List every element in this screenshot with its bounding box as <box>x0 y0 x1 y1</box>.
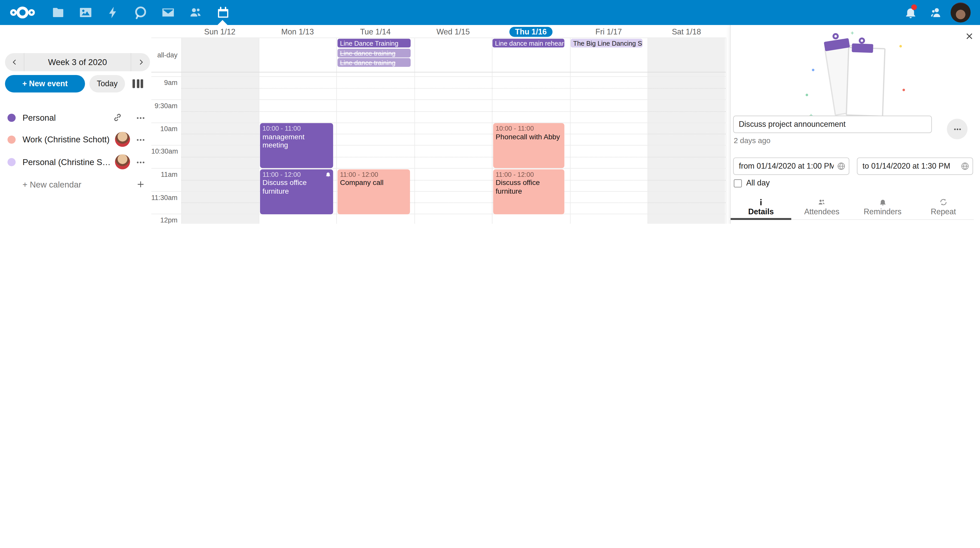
day-header-mon[interactable]: Mon 1/13 <box>259 26 337 37</box>
event-editor-panel: + + 2 days ago All day Detai <box>730 25 980 224</box>
confetti-dot <box>806 94 808 96</box>
start-datetime-input[interactable] <box>733 157 850 175</box>
new-calendar-button[interactable]: + New calendar <box>0 174 151 196</box>
all-day-label: All day <box>746 179 770 187</box>
timezone-globe-icon[interactable] <box>961 162 969 170</box>
event-phonecall-with-abby[interactable]: 10:00 - 11:00Phonecall with Abby <box>493 123 564 168</box>
time-slot-row[interactable]: 10am <box>151 122 726 145</box>
calendar-color-dot <box>7 135 16 144</box>
tab-repeat[interactable]: Repeat <box>913 195 974 219</box>
top-navbar <box>0 0 980 25</box>
more-icon[interactable] <box>135 157 145 167</box>
event-company-call[interactable]: 11:00 - 12:00Company call <box>337 169 410 214</box>
nextcloud-logo[interactable] <box>9 5 36 20</box>
app-sidebar: Week 3 of 2020 + New event Today Persona… <box>0 25 151 224</box>
illustration-clip <box>852 43 873 53</box>
time-slot-row[interactable]: 9am <box>151 76 726 99</box>
new-calendar-label: + New calendar <box>22 180 81 189</box>
people-icon <box>818 198 826 206</box>
confetti-dot <box>812 68 815 71</box>
editor-tabs: Details Attendees Reminders Repeat <box>731 195 974 220</box>
more-icon[interactable] <box>135 135 145 145</box>
bell-icon <box>878 198 886 206</box>
more-icon[interactable] <box>135 113 145 123</box>
header-divider <box>151 37 726 38</box>
timezone-globe-icon[interactable] <box>837 162 845 170</box>
illustration-clip-ring <box>859 38 865 44</box>
event-management-meeting[interactable]: 10:00 - 11:00management meeting <box>260 123 333 168</box>
info-icon <box>757 198 765 206</box>
illustration-sheet <box>846 47 886 117</box>
shared-by-avatar <box>115 132 130 147</box>
allday-event[interactable]: Line Dance Training <box>337 39 410 48</box>
calendar-color-dot <box>7 158 16 166</box>
talk-icon[interactable] <box>134 6 148 19</box>
activity-icon[interactable] <box>106 6 120 19</box>
active-app-caret <box>218 20 228 25</box>
calendar-icon[interactable] <box>216 6 230 19</box>
calendar-name: Work (Christine Schott) <box>22 135 110 145</box>
time-slot-row[interactable]: 10:30am <box>151 145 726 168</box>
view-toggle-icon[interactable] <box>132 79 144 88</box>
next-week-button[interactable] <box>131 53 150 71</box>
calendar-list-item-personal[interactable]: Personal <box>0 107 151 129</box>
allday-event-cancelled[interactable]: Line dance training <box>337 58 410 67</box>
week-navigation: Week 3 of 2020 <box>5 53 150 71</box>
calendar-name: Personal <box>22 113 56 122</box>
week-view-grid: Sun 1/12 Mon 1/13 Tue 1/14 Wed 1/15 Thu … <box>151 25 730 224</box>
day-header-tue[interactable]: Tue 1/14 <box>337 26 414 37</box>
user-avatar[interactable] <box>951 3 970 22</box>
allday-event-cancelled[interactable]: Line dance training <box>337 48 410 57</box>
day-header-wed[interactable]: Wed 1/15 <box>414 26 492 37</box>
photos-icon[interactable] <box>79 6 93 19</box>
previous-week-button[interactable] <box>5 53 24 71</box>
allday-label: all-day <box>151 51 178 59</box>
confetti-dot: + <box>851 30 854 36</box>
calendar-name: Personal (Christine Schott) <box>22 157 114 167</box>
notification-dot <box>912 4 917 10</box>
new-event-button[interactable]: + New event <box>5 75 85 93</box>
plus-icon <box>136 180 145 189</box>
time-slot-row[interactable]: 12pm <box>151 214 726 224</box>
day-header-sun[interactable]: Sun 1/12 <box>181 26 259 37</box>
calendar-color-dot <box>7 114 16 122</box>
contacts-icon[interactable] <box>189 6 203 19</box>
time-slot-row[interactable]: 11:30am <box>151 191 726 214</box>
time-slot-row[interactable]: 11am <box>151 168 726 191</box>
shared-by-avatar <box>115 154 130 169</box>
allday-event[interactable]: The Big Line Dancing Show <box>571 39 643 48</box>
all-day-checkbox[interactable] <box>734 179 742 187</box>
end-datetime-input[interactable] <box>857 157 974 175</box>
calendar-app: Week 3 of 2020 + New event Today Persona… <box>0 0 980 224</box>
event-actions-more-button[interactable] <box>947 119 967 139</box>
time-slot-row[interactable]: 9:30am <box>151 99 726 122</box>
link-icon[interactable] <box>113 113 123 122</box>
day-header-fri[interactable]: Fri 1/17 <box>570 26 648 37</box>
calendar-list-item-work-christine[interactable]: Work (Christine Schott) <box>0 129 151 151</box>
event-discuss-office-furniture-mon[interactable]: 11:00 - 12:00Discuss office furniture <box>260 169 333 214</box>
close-icon[interactable] <box>965 32 974 41</box>
allday-event[interactable]: Line dance main rehearsal <box>493 39 565 48</box>
confetti-dot <box>902 89 905 91</box>
confetti-dot <box>899 45 902 48</box>
today-button[interactable]: Today <box>89 75 125 93</box>
event-illustration: + + <box>806 32 906 126</box>
event-discuss-office-furniture-thu[interactable]: 11:00 - 12:00Discuss office furniture <box>493 169 564 214</box>
tab-attendees[interactable]: Attendees <box>791 195 852 219</box>
calendar-list-item-personal-christine[interactable]: Personal (Christine Schott) <box>0 151 151 173</box>
week-label[interactable]: Week 3 of 2020 <box>24 53 131 71</box>
illustration-clip-ring <box>832 33 838 39</box>
day-header-sat[interactable]: Sat 1/18 <box>648 26 725 37</box>
repeat-icon <box>939 198 948 206</box>
tab-details[interactable]: Details <box>731 195 791 219</box>
contacts-menu-icon[interactable] <box>929 6 942 19</box>
allday-divider <box>151 72 726 73</box>
day-header-thu-active[interactable]: Thu 1/16 <box>492 26 570 37</box>
last-modified-label: 2 days ago <box>734 136 770 145</box>
files-icon[interactable] <box>51 6 65 19</box>
tab-reminders[interactable]: Reminders <box>852 195 913 219</box>
mail-icon[interactable] <box>161 6 175 19</box>
event-title-input[interactable] <box>733 116 932 133</box>
bell-icon <box>325 171 331 177</box>
notifications-bell-icon[interactable] <box>904 6 918 19</box>
